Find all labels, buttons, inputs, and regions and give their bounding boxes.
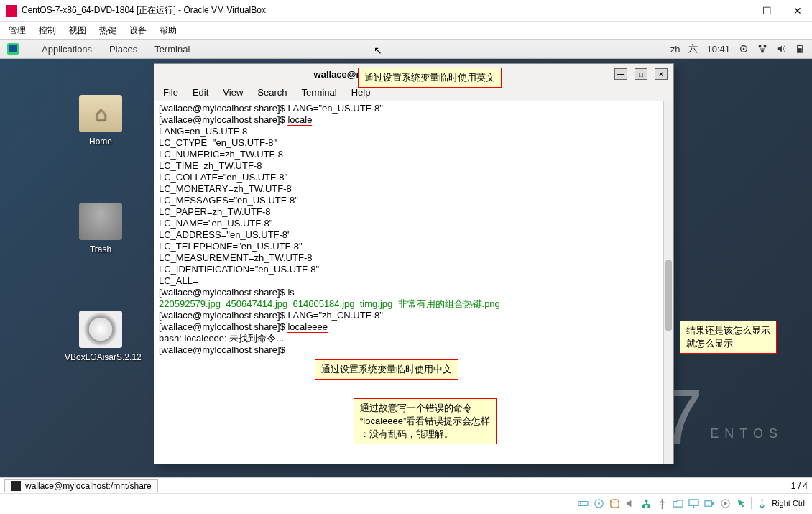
annotation-english-env: 通过设置系统变量临时使用英文 [358, 68, 502, 88]
trash-label: Trash [65, 244, 137, 254]
scrollbar-thumb[interactable] [665, 260, 672, 331]
gnome-taskbar: wallace@mylocalhost:/mnt/share 1 / 4 [0, 477, 812, 493]
terminal-task-icon [11, 481, 21, 491]
folder-icon [79, 95, 122, 132]
vbox-menu-hotkey[interactable]: 热键 [99, 24, 116, 37]
virtualbox-menubar: 管理 控制 视图 热键 设备 帮助 [0, 22, 812, 39]
input-method-indicator[interactable]: zh [670, 44, 680, 55]
taskbar-terminal-button[interactable]: wallace@mylocalhost:/mnt/share [4, 479, 158, 492]
applications-icon [7, 43, 19, 55]
close-button[interactable]: ✕ [789, 5, 806, 17]
audio-status-icon[interactable] [624, 497, 636, 509]
maximize-button[interactable]: ☐ [758, 5, 776, 17]
terminal-menu[interactable]: Terminal [154, 44, 190, 55]
network-icon[interactable] [757, 44, 767, 54]
terminal-menu-search[interactable]: Search [257, 87, 287, 98]
optical-drive-icon[interactable] [593, 497, 604, 509]
trash-bin-icon [79, 203, 122, 240]
keyboard-capture-icon[interactable] [756, 497, 767, 509]
disc-icon[interactable]: VBoxLGAisarS.2.12 [65, 311, 137, 362]
svg-point-11 [598, 502, 600, 505]
workspace-indicator[interactable]: 1 / 4 [791, 481, 808, 491]
svg-rect-18 [705, 500, 711, 506]
shared-folders-icon[interactable] [672, 497, 683, 509]
svg-rect-4 [761, 50, 764, 53]
mouse-integration-icon[interactable] [735, 497, 747, 509]
vbox-menu-devices[interactable]: 设备 [129, 24, 147, 37]
gnome-top-bar: Applications Places Terminal zh 六 10:41 [0, 39, 812, 59]
clock[interactable]: 10:41 [706, 44, 730, 55]
storage-icon[interactable] [609, 497, 620, 509]
vbox-menu-control[interactable]: 控制 [39, 24, 56, 37]
virtualbox-statusbar: Right Ctrl [0, 493, 812, 513]
host-window-titlebar: CentOS-7-x86_64-DVD-1804 [正在运行] - Oracle… [0, 0, 812, 22]
terminal-menu-edit[interactable]: Edit [193, 87, 208, 98]
svg-rect-2 [759, 45, 762, 48]
terminal-maximize-button[interactable]: □ [635, 68, 647, 80]
power-icon[interactable] [739, 44, 749, 54]
annotation-bad-command: 通过故意写一个错误的命令 “localeeee”看看错误提示会怎样 ：没有乱码，… [354, 398, 497, 444]
svg-rect-15 [645, 499, 647, 502]
taskbar-terminal-label: wallace@mylocalhost:/mnt/share [25, 481, 152, 491]
applications-menu[interactable]: Applications [42, 44, 92, 55]
network-status-icon[interactable] [640, 497, 652, 509]
status-divider [751, 497, 752, 509]
desktop[interactable]: 7ENTOS Home Trash VBoxLGAisarS.2.12 wall… [0, 59, 812, 477]
trash-icon[interactable]: Trash [65, 203, 137, 254]
home-label: Home [65, 137, 137, 147]
annotation-chinese-env: 通过设置系统变量临时使用中文 [315, 359, 458, 380]
terminal-menu-help[interactable]: Help [351, 87, 371, 98]
window-controls: — ☐ ✕ [726, 5, 806, 17]
terminal-scrollbar[interactable] [663, 101, 673, 464]
svg-rect-17 [689, 499, 698, 505]
terminal-menu-file[interactable]: File [163, 87, 178, 98]
svg-rect-6 [798, 45, 801, 46]
vm-state-icon[interactable] [719, 497, 731, 509]
terminal-minimize-button[interactable]: — [614, 68, 627, 80]
svg-rect-3 [764, 45, 767, 48]
vbox-menu-help[interactable]: 帮助 [160, 24, 177, 37]
svg-point-9 [579, 502, 581, 504]
svg-point-16 [661, 507, 663, 508]
battery-icon[interactable] [795, 44, 805, 54]
home-folder-icon[interactable]: Home [65, 95, 137, 147]
virtualbox-icon [6, 5, 17, 17]
hdd-activity-icon[interactable] [577, 497, 589, 509]
svg-point-1 [743, 48, 745, 50]
cd-icon [79, 311, 122, 348]
terminal-menu-view[interactable]: View [223, 87, 243, 98]
disc-label: VBoxLGAisarS.2.12 [65, 352, 137, 362]
terminal-menu-terminal[interactable]: Terminal [302, 87, 337, 98]
centos-watermark: 7ENTOS [659, 385, 783, 449]
svg-rect-7 [798, 48, 801, 52]
annotation-display-result: 结果还是该怎么显示 就怎么显示 [680, 321, 777, 354]
volume-icon[interactable] [776, 44, 786, 54]
terminal-close-button[interactable]: × [655, 68, 668, 80]
display-status-icon[interactable] [688, 497, 699, 509]
places-menu[interactable]: Places [109, 44, 137, 55]
svg-point-12 [611, 499, 619, 502]
vbox-menu-view[interactable]: 视图 [69, 24, 86, 37]
vbox-menu-manage[interactable]: 管理 [9, 24, 26, 37]
host-key-indicator[interactable]: Right Ctrl [772, 499, 805, 508]
host-window-title: CentOS-7-x86_64-DVD-1804 [正在运行] - Oracle… [22, 4, 726, 17]
usb-status-icon[interactable] [656, 497, 668, 509]
recording-status-icon[interactable] [703, 497, 715, 509]
minimize-button[interactable]: — [726, 5, 745, 17]
day-indicator[interactable]: 六 [688, 42, 698, 55]
